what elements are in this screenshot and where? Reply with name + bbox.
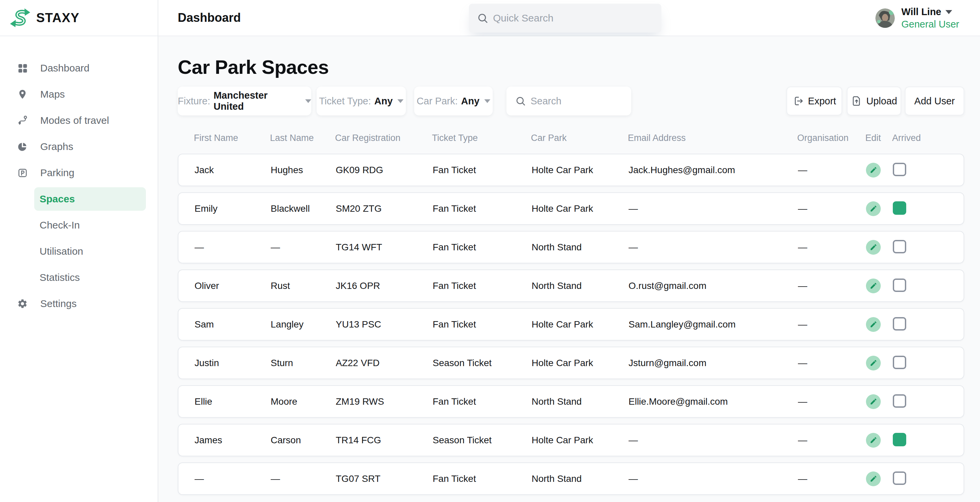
cell-last-name: — [270, 242, 336, 253]
cell-car-park: Holte Car Park [531, 165, 628, 175]
action-buttons: Export Upload Add User [786, 86, 964, 115]
route-icon [17, 115, 28, 126]
sidebar-item-settings[interactable]: Settings [0, 291, 158, 317]
add-user-button-label: Add User [914, 96, 955, 107]
cell-email-address: — [628, 203, 798, 214]
cell-edit [866, 317, 893, 332]
user-menu[interactable]: Will Line General User [875, 0, 959, 36]
arrived-checkbox[interactable] [893, 317, 906, 330]
edit-button[interactable] [866, 394, 881, 409]
cell-arrived [893, 240, 964, 254]
search-icon [515, 96, 526, 106]
table-row: EmilyBlackwellSM20 ZTGFan TicketHolte Ca… [178, 192, 964, 225]
cell-car-registration: AZ22 VFD [336, 358, 433, 368]
cell-email-address: — [628, 473, 798, 484]
cell-car-park: North Stand [531, 473, 628, 484]
sidebar-item-label: Parking [40, 167, 75, 178]
grid-icon [17, 62, 28, 74]
cell-first-name: Oliver [194, 280, 270, 291]
sidebar-item-graphs[interactable]: Graphs [0, 134, 158, 160]
chevron-down-icon [398, 99, 404, 103]
gear-icon [17, 298, 28, 309]
sidebar-item-label: Modes of travel [40, 115, 109, 126]
cell-ticket-type: Fan Ticket [433, 280, 531, 291]
edit-button[interactable] [866, 279, 881, 293]
sidebar-item-label: Dashboard [40, 62, 89, 74]
map-pin-icon [17, 89, 28, 100]
cell-car-park: North Stand [531, 242, 628, 253]
filter-label: Car Park: [417, 96, 457, 107]
arrived-checkbox[interactable] [893, 433, 906, 446]
car-park-filter-dropdown[interactable]: Car Park: Any [414, 86, 493, 115]
edit-button[interactable] [866, 472, 881, 486]
sidebar-item-utilisation[interactable]: Utilisation [0, 238, 158, 265]
table-row: JackHughesGK09 RDGFan TicketHolte Car Pa… [178, 154, 964, 186]
sidebar-item-check-in[interactable]: Check-In [0, 212, 158, 238]
edit-button[interactable] [866, 240, 881, 255]
upload-button[interactable]: Upload [847, 86, 901, 115]
quick-search [469, 4, 661, 33]
add-user-button[interactable]: Add User [905, 86, 964, 115]
cell-car-park: North Stand [531, 280, 628, 291]
filter-value: Any [461, 96, 480, 107]
edit-button[interactable] [866, 201, 881, 216]
cell-organisation: — [798, 280, 866, 291]
filter-value: Manchester United [214, 90, 301, 112]
sidebar-item-dashboard[interactable]: Dashboard [0, 55, 158, 81]
cell-last-name: Rust [270, 280, 336, 291]
arrived-checkbox[interactable] [893, 279, 906, 292]
table-row: SamLangleyYU13 PSCFan TicketHolte Car Pa… [178, 308, 964, 341]
sidebar-item-maps[interactable]: Maps [0, 81, 158, 107]
cell-edit [866, 201, 893, 216]
user-info: Will Line General User [902, 6, 959, 30]
column-header: Email Address [628, 133, 797, 143]
cell-ticket-type: Season Ticket [433, 435, 531, 446]
column-header: Car Park [531, 133, 628, 143]
cell-ticket-type: Season Ticket [433, 358, 531, 368]
quick-search-input[interactable] [493, 13, 654, 24]
cell-last-name: — [270, 473, 336, 484]
sidebar-subitem-label: Statistics [40, 272, 80, 283]
sidebar-item-spaces[interactable]: Spaces [34, 187, 146, 211]
page-context-title: Dashboard [178, 11, 241, 25]
edit-button[interactable] [866, 433, 881, 448]
arrived-checkbox[interactable] [893, 394, 906, 408]
column-header: Car Registration [335, 133, 432, 143]
arrived-checkbox[interactable] [893, 240, 906, 253]
fixture-filter-dropdown[interactable]: Fixture: Manchester United [178, 86, 311, 115]
edit-button[interactable] [866, 163, 881, 177]
cell-edit [866, 472, 893, 486]
sidebar-subitem-label: Check-In [40, 220, 80, 231]
edit-button[interactable] [866, 356, 881, 370]
cell-ticket-type: Fan Ticket [433, 396, 531, 407]
cell-email-address: Sam.Langley@gmail.com [628, 319, 798, 330]
search-icon [477, 13, 488, 24]
table-body: JackHughesGK09 RDGFan TicketHolte Car Pa… [178, 154, 964, 495]
arrived-checkbox[interactable] [893, 163, 906, 176]
export-button[interactable]: Export [786, 86, 842, 115]
chevron-down-icon [305, 99, 311, 103]
table-search-input[interactable] [531, 96, 621, 107]
cell-arrived [893, 356, 964, 370]
cell-last-name: Carson [270, 435, 336, 446]
cell-organisation: — [798, 396, 866, 407]
cell-edit [866, 356, 893, 370]
edit-button[interactable] [866, 317, 881, 332]
cell-organisation: — [798, 473, 866, 484]
cell-car-registration: JK16 OPR [336, 280, 433, 291]
chevron-down-icon[interactable] [945, 10, 952, 14]
export-icon [792, 95, 804, 107]
cell-email-address: O.rust@gmail.com [628, 280, 798, 291]
sidebar-item-modes-of-travel[interactable]: Modes of travel [0, 107, 158, 134]
arrived-checkbox[interactable] [893, 356, 906, 369]
cell-first-name: — [194, 242, 270, 253]
cell-organisation: — [798, 358, 866, 368]
sidebar-item-statistics[interactable]: Statistics [0, 265, 158, 291]
cell-organisation: — [798, 319, 866, 330]
arrived-checkbox[interactable] [893, 472, 906, 485]
sidebar-item-parking[interactable]: Parking [0, 160, 158, 186]
ticket-type-filter-dropdown[interactable]: Ticket Type: Any [317, 86, 406, 115]
arrived-checkbox[interactable] [893, 201, 906, 215]
table-row: EllieMooreZM19 RWSFan TicketNorth StandE… [178, 385, 964, 418]
filter-label: Fixture: [178, 96, 210, 107]
